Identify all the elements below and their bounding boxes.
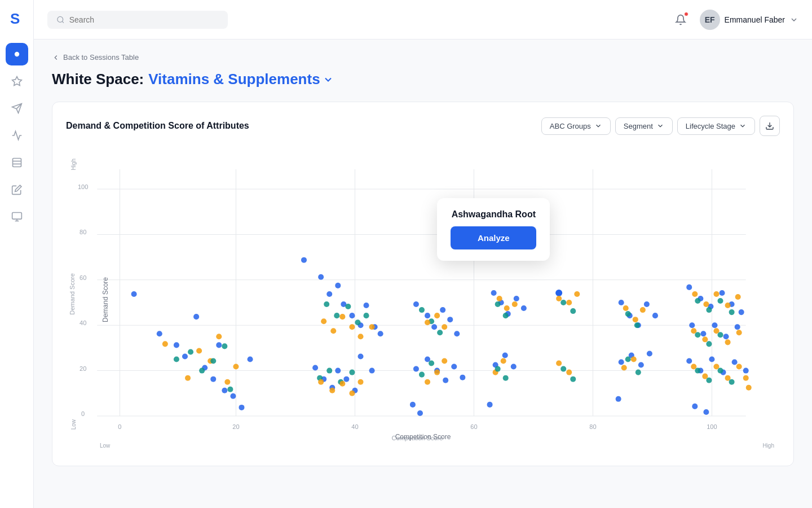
svg-point-139 <box>504 305 510 311</box>
svg-point-125 <box>425 379 430 385</box>
svg-point-178 <box>686 358 692 364</box>
svg-point-205 <box>729 309 735 315</box>
svg-point-41 <box>157 331 162 336</box>
svg-point-212 <box>729 379 735 385</box>
svg-point-68 <box>335 283 341 288</box>
svg-point-163 <box>625 311 631 317</box>
svg-point-203 <box>706 307 712 313</box>
x-axis-label: Competition Score <box>395 433 451 441</box>
svg-point-102 <box>358 379 363 385</box>
svg-point-113 <box>451 364 457 370</box>
notification-button[interactable] <box>670 10 691 30</box>
svg-point-78 <box>335 368 341 374</box>
svg-point-209 <box>695 368 700 374</box>
svg-point-59 <box>174 356 179 362</box>
svg-point-135 <box>511 364 517 370</box>
svg-point-62 <box>210 358 216 364</box>
svg-point-106 <box>440 307 445 313</box>
svg-point-92 <box>321 318 326 324</box>
sidebar-item-box[interactable] <box>6 205 28 228</box>
svg-point-57 <box>224 379 230 385</box>
svg-point-192 <box>702 336 708 342</box>
svg-point-91 <box>349 370 355 375</box>
svg-point-107 <box>447 317 453 322</box>
svg-point-124 <box>442 324 447 330</box>
svg-point-221 <box>570 376 576 382</box>
svg-point-174 <box>700 331 706 336</box>
title-prefix: White Space: <box>52 71 144 88</box>
title-highlight[interactable]: Vitamins & Supplements <box>148 71 333 88</box>
svg-point-51 <box>248 356 253 362</box>
svg-point-112 <box>443 378 448 383</box>
svg-point-167 <box>686 284 692 290</box>
scatter-container: High Low Low High .grid-line { stroke: #… <box>66 147 780 452</box>
svg-point-94 <box>339 314 345 319</box>
svg-point-190 <box>735 294 741 300</box>
svg-point-98 <box>318 379 324 385</box>
svg-point-218 <box>561 300 566 305</box>
search-icon <box>56 15 65 24</box>
chart-title: Demand & Competition Score of Attributes <box>66 121 249 131</box>
svg-line-12 <box>62 21 64 23</box>
svg-point-75 <box>312 365 318 371</box>
svg-text:80: 80 <box>589 423 596 430</box>
segment-filter[interactable]: Segment <box>615 117 673 135</box>
svg-point-158 <box>633 317 638 322</box>
user-menu[interactable]: EF Emmanuel Faber <box>700 10 798 30</box>
svg-point-151 <box>652 313 658 318</box>
svg-point-121 <box>429 361 434 366</box>
svg-point-43 <box>182 353 188 359</box>
sidebar-item-analytics[interactable] <box>6 124 28 147</box>
search-bar[interactable] <box>47 11 228 29</box>
sidebar-item-pencil[interactable] <box>6 178 28 201</box>
svg-point-154 <box>638 362 644 368</box>
sidebar-item-home[interactable] <box>6 43 28 65</box>
svg-text:Demand Score: Demand Score <box>69 273 76 315</box>
abc-groups-filter[interactable]: ABC Groups <box>541 117 611 135</box>
svg-point-170 <box>719 290 725 296</box>
svg-text:0: 0 <box>81 410 85 417</box>
svg-point-72 <box>364 303 369 308</box>
svg-point-48 <box>222 388 227 393</box>
svg-point-96 <box>358 334 363 339</box>
chevron-down-icon <box>789 15 798 24</box>
svg-point-213 <box>556 296 562 301</box>
svg-point-44 <box>193 314 199 319</box>
svg-point-66 <box>318 274 324 280</box>
svg-point-207 <box>706 341 712 347</box>
svg-text:20: 20 <box>232 423 239 430</box>
svg-point-216 <box>556 361 562 366</box>
svg-point-63 <box>222 343 227 349</box>
svg-point-210 <box>706 378 712 383</box>
svg-point-185 <box>703 409 709 415</box>
svg-point-54 <box>196 348 202 353</box>
svg-point-95 <box>349 324 355 330</box>
download-button[interactable] <box>760 116 780 136</box>
svg-marker-2 <box>12 77 21 86</box>
svg-point-152 <box>619 360 624 365</box>
tooltip-analyze-button[interactable]: Analyze <box>451 226 536 249</box>
svg-text:40: 40 <box>351 423 358 430</box>
sidebar: S <box>0 0 34 508</box>
chevron-down-icon <box>323 74 334 85</box>
svg-point-64 <box>227 387 233 392</box>
svg-point-116 <box>417 410 423 416</box>
sidebar-item-send[interactable] <box>6 97 28 120</box>
back-link[interactable]: Back to Sessions Table <box>52 53 794 62</box>
svg-point-195 <box>736 330 742 335</box>
sidebar-item-star[interactable] <box>6 70 28 93</box>
svg-point-126 <box>434 370 440 375</box>
main-content: EF Emmanuel Faber Back to Sessions Table… <box>34 0 812 508</box>
svg-point-200 <box>736 364 742 370</box>
svg-point-156 <box>616 396 621 402</box>
svg-point-53 <box>185 375 191 381</box>
svg-point-201 <box>746 385 752 391</box>
lifecycle-stage-filter[interactable]: Lifecycle Stage <box>677 117 755 135</box>
svg-point-86 <box>355 319 360 325</box>
svg-point-87 <box>364 313 369 318</box>
svg-point-52 <box>162 341 168 347</box>
search-input[interactable] <box>69 15 219 24</box>
svg-point-104 <box>425 313 430 318</box>
svg-point-165 <box>625 356 631 362</box>
sidebar-item-bar[interactable] <box>6 151 28 174</box>
